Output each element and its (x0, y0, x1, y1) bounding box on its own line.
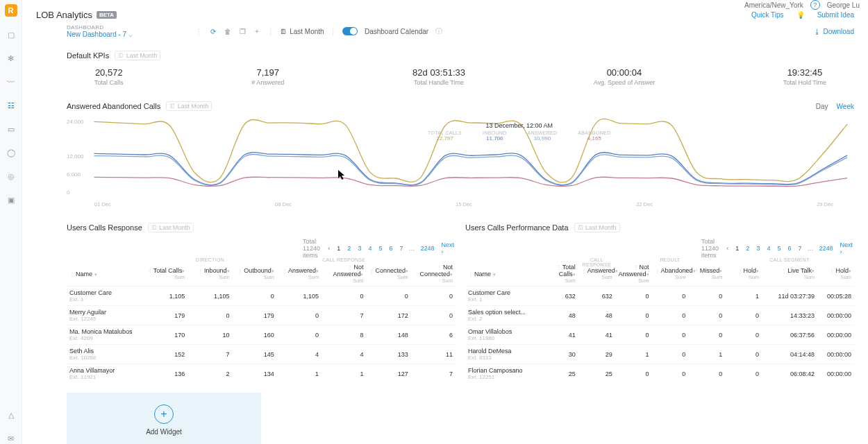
submit-idea-link[interactable]: Submit Idea (817, 11, 854, 19)
table-row[interactable]: Sales option select...Ext. 24848000014:3… (465, 306, 854, 325)
ucp-period-chip[interactable]: 🗓 Last Month (574, 223, 620, 232)
ucr-title: Users Calls Response (67, 223, 142, 232)
table-row[interactable]: Ma. Monica MatalubosExt. 420917010160081… (67, 325, 456, 345)
kpi-period-chip[interactable]: 🗓 Last Month (115, 51, 160, 60)
table-row[interactable]: Anna VillamayorExt. 119211362134111277 (67, 364, 456, 384)
left-nav-rail: R ▢ ✻ 〰 ☷ ▭ ◯ ◎ ▣ △ ✉ (0, 0, 22, 444)
copy-icon[interactable]: ❐ (238, 27, 247, 36)
ucr-next[interactable]: Next › (440, 241, 456, 255)
chart-tooltip: 13 December, 12:00 AM TOTAL CALLS22,797I… (428, 122, 610, 142)
table-row[interactable]: Merry AguilarExt. 122451790179071720 (67, 306, 456, 325)
tab-week[interactable]: Week (837, 103, 854, 110)
calendar-toggle[interactable] (342, 27, 358, 35)
period-picker[interactable]: 🗓 Last Month (280, 28, 324, 35)
ucp-next[interactable]: Next › (838, 241, 854, 255)
download-icon: ⭳ (814, 28, 821, 35)
add-icon[interactable]: ＋ (253, 27, 262, 36)
add-widget-card[interactable]: + Add Widget (67, 393, 261, 444)
chart-title: Answered Abandoned Calls (67, 102, 160, 110)
table-row[interactable]: Seth AlisExt. 1028815271454413311 (67, 345, 456, 364)
dashboard-name[interactable]: New Dashboard - 7 ⌵ (67, 31, 133, 38)
calls-chart[interactable]: 24,000 12,000 6,000 0 13 December, 12:00… (67, 115, 854, 197)
page-title: LOB Analytics BETA (36, 10, 117, 20)
chart-period-chip[interactable]: 🗓 Last Month (166, 101, 212, 111)
app-logo[interactable]: R (5, 4, 17, 17)
quick-tips-link[interactable]: Quick Tips (751, 11, 784, 19)
ucr-pager: Total 11240 items ‹ 1 2 3 4 5 6 7 … 2248… (67, 237, 456, 262)
kpi-card: 20,572Total Calls (94, 67, 124, 86)
table-row[interactable]: Customer CareExt. 1632632000111d 03:27:3… (465, 287, 854, 306)
plus-icon: + (154, 404, 174, 424)
info-icon[interactable]: ⓘ (435, 26, 442, 36)
delete-icon[interactable]: 🗑 (224, 27, 233, 36)
download-link[interactable]: ⭳ Download (814, 28, 854, 35)
timezone-label[interactable]: America/New_York (744, 1, 803, 9)
tab-day[interactable]: Day (816, 103, 828, 110)
table-row[interactable]: Florian CamposanoExt. 122512525000006:08… (465, 364, 854, 384)
top-bar: America/New_York ? George Lu (22, 0, 868, 10)
kpi-card: 00:00:04Avg. Speed of Answer (594, 67, 655, 86)
nav-lob-icon[interactable]: ☷ (6, 100, 17, 111)
idea-icon: 💡 (796, 11, 805, 19)
dashboard-bar: DASHBOARD New Dashboard - 7 ⌵ ⋮ ⟳ 🗑 ❐ ＋ … (22, 20, 868, 41)
beta-badge: BETA (97, 11, 117, 19)
calendar-toggle-label: Dashboard Calendar (365, 28, 428, 35)
ucr-prev[interactable]: ‹ (326, 245, 331, 252)
ucp-title: Users Calls Performance Data (465, 223, 569, 232)
nav-users-icon[interactable]: ◯ (6, 147, 17, 158)
kpi-card: 82d 03:51:33Total Handle Time (412, 67, 465, 86)
table-row[interactable]: Omar VillalobosExt. 118804141000006:37:5… (465, 325, 854, 345)
ucr-period-chip[interactable]: 🗓 Last Month (148, 223, 194, 232)
table-row[interactable]: Harold DeMesaExt. 83133029101004:14:4800… (465, 345, 854, 364)
ucp-table: ⋮Name ▾ ⋮Total Calls▾Sum CALL RESPONSE⋮A… (465, 262, 854, 383)
nav-bell-icon[interactable]: △ (6, 409, 17, 420)
ucr-table: ⋮Name ▾ ⋮Total Calls▾Sum DIRECTION⋮Inbou… (67, 262, 456, 383)
nav-settings-icon[interactable]: ✻ (6, 53, 17, 64)
nav-folder-icon[interactable]: ▣ (6, 194, 17, 205)
refresh-icon[interactable]: ⟳ (209, 27, 218, 36)
kpi-row: 20,572Total Calls7,197# Answered82d 03:5… (67, 65, 854, 96)
nav-dashboard-icon[interactable]: ▢ (6, 29, 17, 40)
kpi-section-title: Default KPIs (67, 51, 109, 60)
table-row[interactable]: Customer CareExt. 11,1051,10501,105000 (67, 287, 456, 306)
ucp-prev[interactable]: ‹ (725, 245, 730, 252)
nav-analytics-icon[interactable]: 〰 (6, 76, 17, 87)
kpi-card: 7,197# Answered (251, 67, 284, 86)
calendar-icon: 🗓 (280, 28, 287, 35)
title-bar: LOB Analytics BETA Quick Tips 💡 Submit I… (22, 10, 868, 20)
nav-globe-icon[interactable]: ◎ (6, 171, 17, 182)
nav-mail-icon[interactable]: ✉ (6, 433, 17, 444)
kpi-card: 19:32:45Total Hold Time (783, 67, 826, 86)
user-name[interactable]: George Lu (827, 1, 860, 9)
help-icon[interactable]: ? (810, 0, 820, 10)
breadcrumb-label: DASHBOARD (67, 24, 133, 31)
add-widget-label: Add Widget (146, 428, 182, 436)
nav-video-icon[interactable]: ▭ (6, 123, 17, 135)
